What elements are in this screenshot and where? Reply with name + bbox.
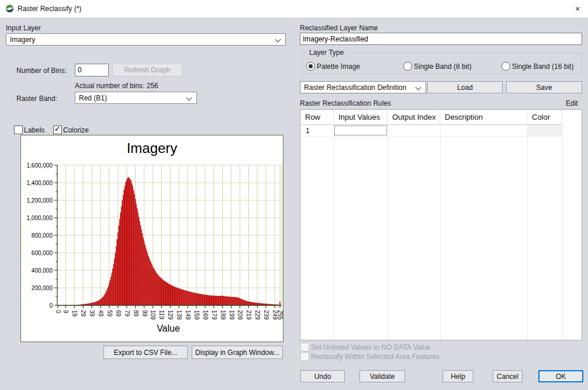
close-icon[interactable]: × bbox=[569, 1, 586, 16]
titlebar: Raster Reclassify (*) × bbox=[0, 0, 588, 18]
svg-text:Imagery: Imagery bbox=[127, 140, 178, 156]
help-button[interactable]: Help bbox=[442, 370, 473, 382]
svg-text:239: 239 bbox=[263, 310, 269, 320]
cancel-button[interactable]: Cancel bbox=[493, 370, 523, 382]
svg-text:109: 109 bbox=[150, 310, 156, 320]
svg-text:400,000: 400,000 bbox=[32, 267, 53, 274]
svg-text:69: 69 bbox=[115, 310, 122, 317]
svg-text:129: 129 bbox=[167, 310, 174, 320]
radio-single-band-16bit[interactable] bbox=[501, 62, 510, 71]
raster-band-label: Raster Band: bbox=[16, 95, 57, 103]
set-unlisted-checkbox-label: Set Unlisted Values to NO DATA Value bbox=[311, 343, 431, 351]
load-button[interactable]: Load bbox=[427, 81, 503, 93]
col-header-color[interactable]: Color bbox=[527, 110, 562, 125]
labels-checkbox[interactable] bbox=[14, 126, 23, 134]
svg-text:49: 49 bbox=[98, 310, 104, 317]
reclassify-within-checkbox[interactable] bbox=[300, 352, 309, 361]
svg-text:79: 79 bbox=[124, 310, 130, 317]
svg-text:600,000: 600,000 bbox=[32, 250, 53, 256]
svg-text:1,200,000: 1,200,000 bbox=[27, 197, 53, 204]
col-header-row[interactable]: Row bbox=[300, 110, 334, 125]
svg-text:99: 99 bbox=[141, 310, 148, 317]
raster-reclassify-dialog: Raster Reclassify (*) × Input Layer Imag… bbox=[0, 0, 588, 390]
table-row-number: 1 bbox=[306, 127, 310, 135]
svg-text:209: 209 bbox=[237, 310, 243, 320]
chevron-down-icon bbox=[276, 37, 281, 42]
set-unlisted-checkbox[interactable] bbox=[300, 343, 309, 351]
svg-text:1,400,000: 1,400,000 bbox=[27, 180, 53, 186]
labels-checkbox-label: Labels bbox=[24, 126, 44, 134]
svg-text:0: 0 bbox=[49, 302, 53, 309]
rules-table[interactable]: Row Input Values Output Index Descriptio… bbox=[300, 109, 582, 340]
chevron-down-icon bbox=[187, 96, 192, 100]
number-of-bins-label: Number of Bins: bbox=[16, 67, 67, 75]
svg-text:19: 19 bbox=[71, 310, 78, 317]
reclassification-definition-value: Raster Reclassification Definition bbox=[300, 83, 416, 92]
svg-text:169: 169 bbox=[202, 310, 209, 320]
raster-band-combo[interactable]: Red (B1) bbox=[75, 92, 197, 104]
svg-text:800,000: 800,000 bbox=[32, 232, 53, 239]
row-divider bbox=[300, 136, 562, 137]
svg-text:179: 179 bbox=[211, 310, 217, 320]
col-header-input-values[interactable]: Input Values bbox=[334, 110, 388, 125]
radio-palette-image[interactable] bbox=[306, 62, 315, 71]
edit-link[interactable]: Edit bbox=[566, 99, 578, 107]
svg-text:29: 29 bbox=[80, 310, 87, 317]
radio-palette-image-label: Palette Image bbox=[317, 62, 360, 71]
svg-text:200,000: 200,000 bbox=[32, 285, 53, 291]
svg-text:139: 139 bbox=[176, 310, 182, 320]
svg-text:149: 149 bbox=[185, 310, 191, 320]
reclassified-layer-name-label: Reclassified Layer Name bbox=[300, 24, 378, 32]
column-divider bbox=[440, 125, 441, 340]
export-csv-button[interactable]: Export to CSV File... bbox=[103, 346, 188, 359]
radio-single-band-8bit-label: Single Band (8 bit) bbox=[414, 62, 472, 71]
svg-text:0: 0 bbox=[55, 310, 61, 314]
svg-text:9: 9 bbox=[63, 310, 69, 314]
radio-single-band-8bit[interactable] bbox=[403, 62, 412, 71]
refresh-graph-button[interactable]: Refresh Graph bbox=[112, 64, 182, 76]
histogram-svg: Imagery0200,000400,000600,000800,0001,00… bbox=[21, 135, 283, 344]
number-of-bins-input[interactable] bbox=[75, 64, 108, 76]
colorize-checkbox[interactable] bbox=[53, 126, 62, 134]
svg-text:119: 119 bbox=[158, 310, 165, 319]
focused-input-values-cell[interactable] bbox=[334, 126, 387, 135]
column-divider bbox=[334, 125, 334, 340]
color-cell[interactable] bbox=[528, 125, 562, 136]
svg-text:1,600,000: 1,600,000 bbox=[27, 162, 53, 169]
input-layer-combo[interactable]: Imagery bbox=[6, 33, 286, 46]
reclassify-within-checkbox-label: Reclassify Within Selected Area Features bbox=[311, 353, 440, 361]
col-header-output-index[interactable]: Output Index bbox=[388, 110, 440, 125]
column-divider bbox=[388, 125, 388, 340]
rules-title: Raster Reclassification Rules bbox=[300, 99, 391, 107]
validate-button[interactable]: Validate bbox=[359, 370, 405, 382]
histogram-chart: Imagery0200,000400,000600,000800,0001,00… bbox=[20, 135, 283, 342]
display-graph-window-button[interactable]: Display in Graph Window... bbox=[192, 346, 283, 359]
actual-bins-text: Actual number of bins: 256 bbox=[75, 82, 158, 90]
input-layer-label: Input Layer bbox=[6, 24, 41, 32]
svg-text:255: 255 bbox=[277, 310, 283, 320]
svg-text:159: 159 bbox=[193, 310, 200, 320]
svg-text:199: 199 bbox=[229, 310, 235, 320]
undo-button[interactable]: Undo bbox=[300, 370, 345, 382]
ok-button[interactable]: OK bbox=[538, 370, 583, 382]
chevron-down-icon bbox=[416, 85, 421, 90]
number-of-bins-input-wrap bbox=[75, 64, 109, 76]
svg-text:89: 89 bbox=[133, 310, 139, 317]
window-title: Raster Reclassify (*) bbox=[18, 5, 81, 13]
reclassified-layer-name-input[interactable] bbox=[300, 33, 582, 44]
column-divider bbox=[562, 125, 563, 340]
input-layer-value: Imagery bbox=[6, 36, 276, 44]
radio-single-band-16bit-label: Single Band (16 bit) bbox=[512, 62, 573, 71]
svg-text:1,000,000: 1,000,000 bbox=[27, 215, 53, 221]
svg-text:219: 219 bbox=[245, 310, 252, 320]
save-button[interactable]: Save bbox=[506, 81, 582, 93]
app-logo-icon bbox=[5, 4, 15, 13]
reclassification-definition-combo[interactable]: Raster Reclassification Definition bbox=[300, 81, 426, 93]
raster-band-value: Red (B1) bbox=[75, 94, 187, 102]
svg-text:39: 39 bbox=[89, 310, 95, 317]
svg-text:229: 229 bbox=[254, 310, 261, 320]
col-header-description[interactable]: Description bbox=[440, 110, 527, 125]
svg-text:Value: Value bbox=[157, 323, 180, 333]
reclassified-layer-name-wrap bbox=[300, 33, 582, 45]
svg-text:189: 189 bbox=[220, 310, 226, 320]
